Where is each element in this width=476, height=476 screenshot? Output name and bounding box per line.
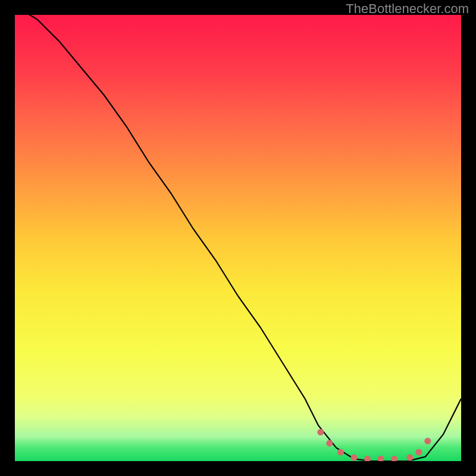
marker-dot: [317, 429, 324, 436]
marker-dot: [415, 449, 422, 456]
chart-svg: [15, 15, 461, 461]
marker-dot: [364, 456, 371, 461]
chart-plot-area: [15, 15, 461, 461]
watermark-text: TheBottlenecker.com: [346, 1, 469, 17]
marker-dot: [351, 455, 358, 461]
marker-dot: [424, 438, 431, 444]
marker-dot: [378, 456, 384, 461]
marker-dot: [391, 456, 397, 461]
bottleneck-curve: [15, 15, 461, 461]
marker-dot: [406, 455, 413, 461]
marker-dot: [337, 449, 344, 456]
marker-dot: [326, 440, 333, 447]
